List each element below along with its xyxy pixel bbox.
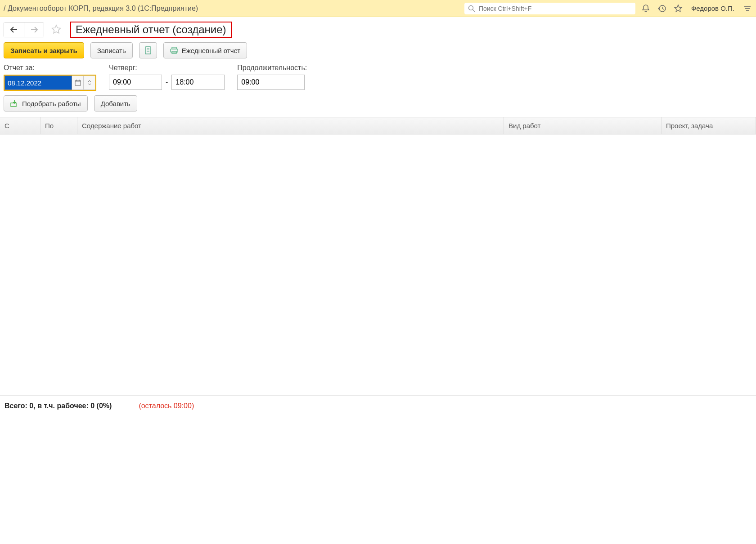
col-proj[interactable]: Проект, задача (662, 117, 756, 134)
day-group: Четверг: - (109, 64, 225, 91)
day-label: Четверг: (109, 64, 225, 72)
date-field-wrap (4, 75, 96, 91)
status-remaining: (осталось 09:00) (139, 402, 194, 410)
svg-rect-17 (11, 103, 16, 107)
svg-rect-13 (75, 80, 81, 85)
daily-report-label: Ежедневный отчет (182, 47, 240, 54)
calendar-button[interactable] (72, 76, 84, 90)
forward-button[interactable] (24, 22, 44, 37)
topbar: / Документооборот КОРП, редакция 3.0 (1С… (0, 0, 756, 17)
date-input[interactable] (4, 76, 72, 90)
save-button[interactable]: Записать (90, 42, 133, 58)
header-row: Ежедневный отчет (создание) (0, 17, 756, 40)
col-to[interactable]: По (40, 117, 77, 134)
back-button[interactable] (4, 22, 24, 37)
menu-icon[interactable] (742, 4, 752, 13)
page-title: Ежедневный отчет (создание) (70, 22, 232, 38)
list-button[interactable] (139, 42, 157, 58)
search-icon (468, 5, 475, 12)
date-group: Отчет за: (4, 64, 96, 91)
date-label: Отчет за: (4, 64, 96, 72)
fav-button[interactable] (50, 23, 63, 36)
svg-rect-6 (145, 47, 151, 54)
duration-label: Продолжительность: (237, 64, 307, 72)
col-from[interactable]: С (0, 117, 40, 134)
time-from-input[interactable] (109, 75, 162, 90)
status-bar: Всего: 0, в т.ч. рабочее: 0 (0%) (остало… (0, 395, 756, 416)
svg-point-0 (468, 5, 473, 10)
fields: Отчет за: Четверг: - Продолжительность: (0, 64, 756, 95)
bell-icon[interactable] (641, 4, 651, 13)
pick-works-label: Подобрать работы (22, 100, 81, 107)
duration-group: Продолжительность: (237, 64, 307, 91)
import-icon (10, 100, 18, 107)
add-button[interactable]: Добавить (94, 95, 137, 111)
print-icon (170, 47, 178, 54)
spinner-button[interactable] (84, 76, 95, 90)
app-title: / Документооборот КОРП, редакция 3.0 (1С… (4, 4, 198, 13)
duration-input[interactable] (237, 75, 305, 90)
nav-buttons (4, 22, 44, 37)
save-close-button[interactable]: Записать и закрыть (4, 42, 84, 58)
grid-body[interactable] (0, 134, 756, 395)
toolbar: Записать и закрыть Записать Ежедневный о… (0, 40, 756, 64)
toolbar2: Подобрать работы Добавить (0, 95, 756, 117)
col-content[interactable]: Содержание работ (77, 117, 504, 134)
top-icons: Федоров О.П. (641, 4, 752, 13)
star-icon[interactable] (673, 4, 683, 13)
grid-header: С По Содержание работ Вид работ Проект, … (0, 117, 756, 134)
status-total: Всего: 0, в т.ч. рабочее: 0 (0%) (4, 402, 112, 410)
search-box[interactable] (464, 3, 635, 14)
history-icon[interactable] (657, 4, 667, 13)
svg-line-1 (472, 9, 475, 12)
works-grid: С По Содержание работ Вид работ Проект, … (0, 117, 756, 395)
username[interactable]: Федоров О.П. (691, 4, 734, 12)
pick-works-button[interactable]: Подобрать работы (4, 95, 88, 111)
col-type[interactable]: Вид работ (504, 117, 662, 134)
svg-rect-11 (171, 49, 178, 52)
time-to-input[interactable] (171, 75, 225, 90)
search-input[interactable] (478, 4, 632, 13)
daily-report-button[interactable]: Ежедневный отчет (163, 42, 247, 58)
time-separator: - (166, 78, 168, 86)
